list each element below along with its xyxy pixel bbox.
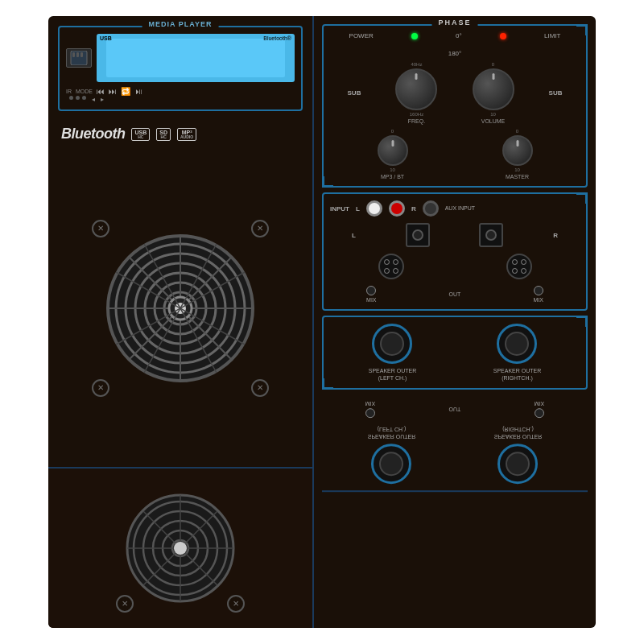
mode-text: MODE <box>76 89 93 94</box>
speaker-group-r: SPEAKER OUTER (RIGHTCH.) <box>493 324 542 382</box>
mp3bt-label: MP3 / BT <box>381 174 404 180</box>
phase-title: PHASE <box>431 19 477 27</box>
master-knob-group: 0 10 MASTER <box>502 129 533 180</box>
mix-label-r: MIX <box>533 297 543 303</box>
screw-tr: ✕ <box>251 220 269 237</box>
right-panel: PHASE POWER 0° LIMIT 180° SUB <box>314 16 596 628</box>
master-knob[interactable] <box>502 135 533 166</box>
freq-range-low: 40Hz <box>411 62 422 67</box>
screw-bottom-tl: ✕ <box>116 595 134 613</box>
dot-1[interactable] <box>69 96 73 100</box>
screw-br: ✕ <box>251 379 269 397</box>
out-label: OUT <box>449 291 461 297</box>
repeat-btn[interactable]: 🔁 <box>121 87 130 96</box>
svg-rect-3 <box>80 52 83 57</box>
play-pause-btn[interactable]: ⏯ <box>134 87 142 96</box>
freq-knob[interactable] <box>395 68 437 110</box>
speaker-group-l: SPEAKER OUTER (LEFT CH.) <box>369 324 417 382</box>
screw-bl: ✕ <box>92 379 109 397</box>
phase-section: PHASE POWER 0° LIMIT 180° SUB <box>322 24 588 188</box>
speaker-group-r-bottom: SPEAKER OUTER (RIGHTCH.) <box>494 426 543 484</box>
media-display-screen <box>106 39 284 77</box>
aux-label: AUX INPUT <box>445 205 475 212</box>
limit-led <box>500 33 506 39</box>
trs-jack-l[interactable] <box>406 223 430 247</box>
speaker-connector-l-bottom[interactable] <box>371 444 411 484</box>
mp3bt-knob-group: 0 10 MP3 / BT <box>378 129 408 180</box>
speaker-outer-label-r: SPEAKER OUTER (RIGHTCH.) <box>493 367 542 382</box>
screw-bottom-tr: ✕ <box>227 595 245 613</box>
mix-circle-l[interactable] <box>366 286 376 295</box>
svg-point-31 <box>174 542 187 555</box>
mix-circle-r[interactable] <box>534 286 543 295</box>
left-panel: MEDIA PLAYER USB <box>48 16 314 628</box>
bt-display-label: Bluetooth® <box>263 35 291 41</box>
bottom-left-section: ✕ ✕ <box>48 467 312 628</box>
trs-l-label: L <box>352 232 356 239</box>
xlr-jack-l[interactable] <box>378 254 404 279</box>
speaker-connector-r-bottom[interactable] <box>497 444 538 484</box>
trs-jack-r[interactable] <box>479 223 503 247</box>
vol-range-10: 10 <box>490 112 496 117</box>
power-label: POWER <box>349 32 374 39</box>
freq-range-high: 160Hz <box>410 112 423 117</box>
media-player-section: MEDIA PLAYER USB <box>58 26 303 111</box>
speaker-connector-r[interactable] <box>497 324 537 364</box>
mp3-badge: MP³ AUDIO <box>177 128 196 141</box>
skip-back-btn[interactable]: ⏭ <box>109 87 117 96</box>
speaker-section: SPEAKER OUTER (LEFT CH.) SPEAKER OUTER (… <box>322 316 588 390</box>
zero-label: 0° <box>456 32 462 39</box>
volume-knob-group: 0 10 VOLUME <box>473 62 514 124</box>
speaker-outer-label-l-bottom: SPEAKER OUTER (LEFT CH.) <box>368 426 416 440</box>
mix-group-r-bottom: MIX <box>535 401 544 418</box>
power-led <box>411 33 418 39</box>
bottom-right-section: SPEAKER OUTER (LEFT CH.) SPEAKER OUTER (… <box>322 394 588 492</box>
mix-label-l: MIX <box>366 297 376 303</box>
media-player-title: MEDIA PLAYER <box>142 20 219 28</box>
freq-knob-group: 40Hz 160Hz FREQ. <box>395 62 437 124</box>
bottom-fan-grill <box>124 492 237 605</box>
device-panel: MEDIA PLAYER USB <box>48 16 596 628</box>
usb-label: USB <box>100 35 112 41</box>
speaker-outer-label-l: SPEAKER OUTER (LEFT CH.) <box>369 367 417 382</box>
rca-r-red[interactable] <box>389 200 405 217</box>
fan-section: ✕ ✕ ✕ ✕ <box>58 155 303 460</box>
dot-3[interactable] <box>82 96 86 100</box>
mp3bt-knob[interactable] <box>378 135 408 166</box>
speaker-connector-l[interactable] <box>372 324 412 364</box>
ir-text: IR <box>66 89 72 94</box>
limit-label: LIMIT <box>544 32 560 39</box>
media-display: USB Bluetooth® <box>97 34 295 82</box>
sub-right-label: SUB <box>549 89 563 97</box>
mix-group-r: MIX <box>533 286 543 303</box>
xlr-jack-r[interactable] <box>506 254 532 279</box>
vol-up[interactable]: ▸ <box>101 96 104 103</box>
volume-knob[interactable] <box>473 68 514 110</box>
l-label: L <box>356 205 360 213</box>
fan-grill <box>104 232 257 385</box>
speaker-outer-label-r-bottom: SPEAKER OUTER (RIGHTCH.) <box>494 426 543 440</box>
vol-range-0: 0 <box>492 62 494 67</box>
mix-group-l: MIX <box>366 286 376 303</box>
sd-card-icon <box>66 48 92 68</box>
rca-l-white[interactable] <box>366 200 382 217</box>
mix-group-l-bottom: MIX <box>365 401 375 418</box>
device-container: MEDIA PLAYER USB <box>0 0 644 644</box>
sub-left-label: SUB <box>348 89 361 97</box>
feature-row: Bluetooth USB HC SD HC MP³ AUDIO <box>48 118 312 149</box>
r-label: R <box>411 205 416 213</box>
sd-badge: SD HC <box>156 128 171 141</box>
screw-tl: ✕ <box>92 220 109 237</box>
svg-rect-1 <box>72 52 75 57</box>
trs-r-label: R <box>553 232 558 239</box>
freq-label: FREQ. <box>408 118 425 124</box>
input-label: INPUT <box>330 205 349 213</box>
oneighty-label: 180° <box>448 50 462 57</box>
aux-rca[interactable] <box>423 200 439 217</box>
media-left-icons <box>66 48 92 68</box>
usb-badge: USB HC <box>131 128 150 141</box>
prev-btn[interactable]: ⏮ <box>97 87 105 96</box>
master-label: MASTER <box>506 174 529 180</box>
dot-2[interactable] <box>76 96 80 100</box>
vol-down[interactable]: ◂ <box>92 96 95 103</box>
